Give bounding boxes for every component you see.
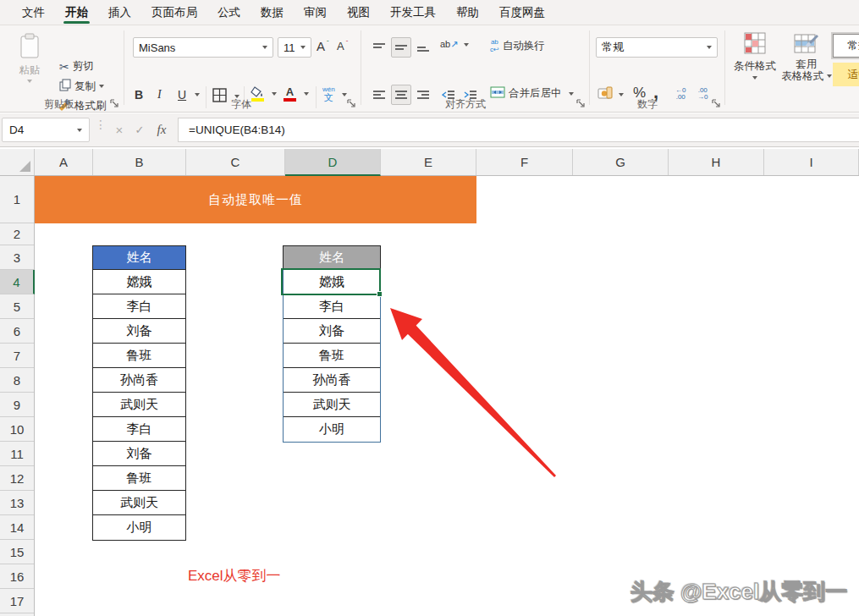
result-cell-6[interactable]: 武则天	[284, 393, 380, 417]
cell-style-normal[interactable]: 常规	[833, 34, 859, 58]
row-header-9[interactable]: 9	[0, 393, 34, 417]
cell-style-moderate[interactable]: 适中	[833, 63, 859, 86]
merged-title-cell[interactable]: 自动提取唯一值	[35, 176, 476, 223]
menu-tab-10[interactable]: 帮助	[446, 0, 489, 25]
source-cell-1[interactable]: 嫦娥	[93, 270, 185, 294]
row-header-13[interactable]: 13	[0, 491, 34, 515]
result-cell-5[interactable]: 孙尚香	[284, 368, 380, 393]
row-header-4[interactable]: 4	[0, 270, 35, 294]
decrease-decimal-button[interactable]: .00 →0	[697, 87, 708, 102]
row-header-11[interactable]: 11	[0, 442, 34, 466]
conditional-formatting-button[interactable]: 条件格式	[733, 32, 777, 80]
formula-input[interactable]: =UNIQUE(B4:B14)	[178, 118, 859, 142]
source-cell-11[interactable]: 小明	[93, 515, 185, 540]
column-header-D[interactable]: D	[285, 149, 381, 176]
enter-check-icon[interactable]: ✓	[129, 118, 151, 142]
font-color-button[interactable]: A	[284, 86, 309, 102]
copy-button[interactable]: 复制	[59, 79, 104, 94]
paste-button[interactable]: 粘贴	[19, 32, 41, 83]
font-name-combo[interactable]: MiSans	[133, 37, 273, 58]
formula-text: =UNIQUE(B4:B14)	[189, 124, 285, 136]
bold-button[interactable]: B	[135, 88, 143, 102]
align-bottom-button[interactable]	[413, 37, 433, 58]
menu-tab-4[interactable]: 页面布局	[141, 0, 207, 25]
result-cell-3[interactable]: 刘备	[284, 319, 380, 344]
menu-tab-7[interactable]: 审阅	[294, 0, 337, 25]
fill-handle[interactable]	[377, 291, 383, 297]
number-format-value: 常规	[602, 40, 624, 55]
source-cell-7[interactable]: 李白	[93, 417, 185, 442]
row-header-2[interactable]: 2	[0, 223, 34, 245]
row-header-6[interactable]: 6	[0, 319, 34, 344]
name-box[interactable]: D4	[2, 118, 90, 142]
result-cell-4[interactable]: 鲁班	[284, 344, 380, 368]
result-cell-2[interactable]: 李白	[284, 294, 380, 319]
format-as-table-button[interactable]: 套用表格格式	[780, 32, 833, 83]
result-table-header[interactable]: 姓名	[283, 245, 381, 270]
copy-icon	[59, 79, 71, 94]
alignment-dialog-launcher[interactable]	[576, 99, 586, 109]
row-header-7[interactable]: 7	[0, 344, 34, 368]
underline-button[interactable]: U	[178, 88, 200, 102]
row-header-17[interactable]: 17	[0, 589, 34, 613]
phonetic-guide-button[interactable]: wén文	[322, 86, 347, 103]
accounting-icon	[597, 86, 613, 102]
row-header-14[interactable]: 14	[0, 515, 34, 540]
menu-tab-8[interactable]: 视图	[337, 0, 380, 25]
number-format-combo[interactable]: 常规	[596, 37, 718, 58]
menu-tab-3[interactable]: 插入	[98, 0, 141, 25]
menu-tab-9[interactable]: 开发工具	[380, 0, 446, 25]
column-header-G[interactable]: G	[573, 149, 669, 175]
align-center-button[interactable]	[391, 85, 411, 105]
menu-tab-5[interactable]: 公式	[207, 0, 251, 25]
row-header-8[interactable]: 8	[0, 368, 34, 393]
number-dialog-launcher[interactable]	[712, 99, 722, 109]
source-cell-5[interactable]: 孙尚香	[93, 368, 185, 393]
source-table-header[interactable]: 姓名	[92, 245, 186, 270]
column-header-C[interactable]: C	[186, 149, 285, 175]
column-header-F[interactable]: F	[476, 149, 573, 175]
shrink-font-button[interactable]: Aˇ	[337, 40, 348, 52]
drag-dots-icon[interactable]: ⋮	[95, 122, 107, 127]
align-middle-button[interactable]	[391, 37, 411, 58]
result-cell-7[interactable]: 小明	[284, 417, 380, 442]
font-size-combo[interactable]: 11	[278, 37, 311, 58]
row-header-16[interactable]: 16	[0, 564, 34, 589]
fx-icon[interactable]: fx	[151, 118, 173, 142]
cut-button[interactable]: ✂ 剪切	[59, 59, 94, 74]
row-header-15[interactable]: 15	[0, 540, 34, 564]
align-left-button[interactable]	[369, 85, 389, 105]
font-dialog-launcher[interactable]	[347, 99, 357, 109]
cancel-icon[interactable]: ×	[108, 118, 130, 142]
column-header-H[interactable]: H	[669, 149, 764, 175]
row-header-1[interactable]: 1	[0, 176, 34, 223]
align-top-button[interactable]	[369, 37, 389, 58]
source-cell-4[interactable]: 鲁班	[93, 344, 185, 368]
source-cell-2[interactable]: 李白	[93, 294, 185, 319]
source-cell-9[interactable]: 鲁班	[93, 466, 185, 491]
column-header-I[interactable]: I	[764, 149, 859, 175]
row-header-12[interactable]: 12	[0, 466, 34, 491]
row-header-5[interactable]: 5	[0, 294, 34, 319]
active-cell-selection[interactable]	[281, 268, 381, 295]
row-header-3[interactable]: 3	[0, 245, 34, 270]
column-header-B[interactable]: B	[93, 149, 186, 175]
source-cell-8[interactable]: 刘备	[93, 442, 185, 466]
source-cell-10[interactable]: 武则天	[93, 491, 185, 515]
menu-tab-1[interactable]: 文件	[12, 0, 55, 25]
row-header-10[interactable]: 10	[0, 417, 34, 442]
source-cell-6[interactable]: 武则天	[93, 393, 185, 417]
menu-tab-2[interactable]: 开始	[55, 0, 98, 25]
column-header-A[interactable]: A	[35, 149, 93, 175]
select-all-button[interactable]	[0, 149, 35, 175]
name-box-chevron-icon[interactable]	[77, 129, 82, 132]
column-header-E[interactable]: E	[381, 149, 476, 175]
orientation-button[interactable]: ab↗	[440, 39, 469, 50]
grow-font-button[interactable]: Aˆ	[317, 39, 329, 53]
menu-tab-11[interactable]: 百度网盘	[489, 0, 555, 25]
source-cell-3[interactable]: 刘备	[93, 319, 185, 344]
clipboard-dialog-launcher[interactable]	[110, 99, 120, 109]
italic-button[interactable]: I	[157, 88, 162, 102]
wrap-text-button[interactable]: abc↩ 自动换行	[490, 39, 545, 53]
menu-tab-6[interactable]: 数据	[251, 0, 294, 25]
